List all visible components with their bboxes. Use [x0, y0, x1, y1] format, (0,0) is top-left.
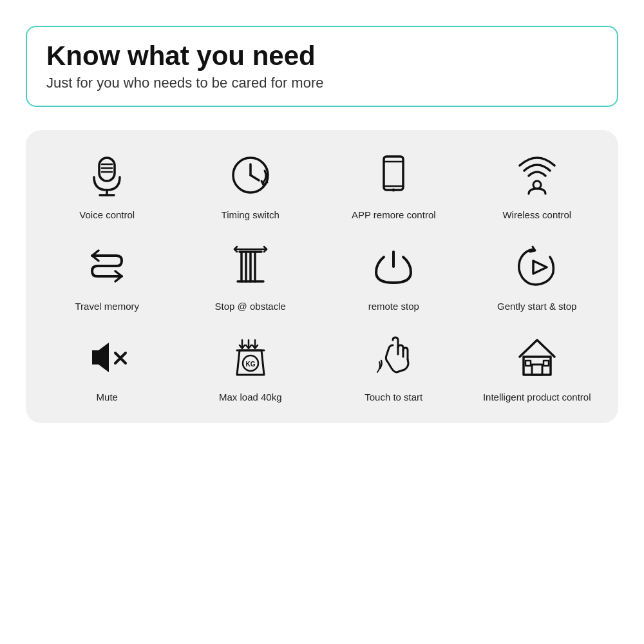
feature-grid: Voice control Timing switch APP remore c… — [39, 149, 605, 404]
svg-line-8 — [251, 175, 259, 180]
wireless-control-icon — [511, 149, 563, 201]
feature-item-gently-start-stop: Gently start & stop — [469, 241, 606, 313]
feature-item-touch-to-start: Touch to start — [325, 332, 462, 404]
mute-label: Mute — [97, 391, 118, 404]
feature-item-travel-memory: Travel memory — [39, 241, 176, 313]
voice-control-icon — [81, 149, 133, 201]
gently-start-stop-label: Gently start & stop — [497, 300, 576, 313]
gently-start-stop-icon — [511, 241, 563, 292]
travel-memory-icon — [81, 241, 133, 292]
wireless-control-label: Wireless control — [502, 209, 571, 222]
feature-item-mute: Mute — [39, 332, 176, 404]
header-box: Know what you need Just for you who need… — [26, 26, 618, 107]
timing-switch-icon — [225, 149, 276, 201]
timing-switch-label: Timing switch — [222, 209, 279, 222]
voice-control-label: Voice control — [79, 209, 135, 222]
touch-to-start-label: Touch to start — [365, 391, 422, 404]
svg-marker-22 — [92, 343, 109, 372]
max-load-label: Max load 40kg — [219, 391, 282, 404]
feature-item-stop-obstacle: Stop @ obstacle — [182, 241, 319, 313]
feature-item-timing-switch: Timing switch — [182, 149, 319, 222]
svg-rect-32 — [532, 365, 542, 375]
svg-point-13 — [533, 181, 541, 189]
feature-item-app-remote-control: APP remore control — [325, 149, 462, 222]
feature-item-voice-control: Voice control — [39, 149, 176, 222]
feature-item-remote-stop: remote stop — [325, 241, 462, 313]
svg-rect-34 — [544, 361, 549, 366]
app-remote-control-icon — [368, 149, 419, 201]
svg-rect-0 — [99, 158, 115, 181]
remote-stop-label: remote stop — [368, 300, 419, 313]
touch-to-start-icon — [368, 332, 419, 383]
app-remote-control-label: APP remore control — [352, 209, 436, 222]
stop-obstacle-icon — [225, 241, 276, 292]
travel-memory-label: Travel memory — [75, 300, 139, 313]
svg-text:KG: KG — [245, 361, 255, 368]
header-title: Know what you need — [46, 41, 598, 71]
remote-stop-icon — [368, 241, 419, 292]
feature-item-intelligent-control: Intelligent product control — [469, 332, 606, 404]
feature-item-max-load: KG Max load 40kg — [182, 332, 319, 404]
feature-item-wireless-control: Wireless control — [469, 149, 606, 222]
svg-marker-21 — [533, 261, 547, 274]
max-load-icon: KG — [225, 332, 276, 383]
intelligent-control-icon — [511, 332, 563, 383]
header-subtitle: Just for you who needs to be cared for m… — [46, 75, 598, 91]
intelligent-control-label: Intelligent product control — [483, 391, 591, 404]
svg-point-12 — [392, 189, 395, 192]
stop-obstacle-label: Stop @ obstacle — [215, 300, 286, 313]
svg-rect-33 — [526, 361, 531, 366]
feature-container: Voice control Timing switch APP remore c… — [26, 130, 618, 423]
mute-icon — [81, 332, 133, 383]
